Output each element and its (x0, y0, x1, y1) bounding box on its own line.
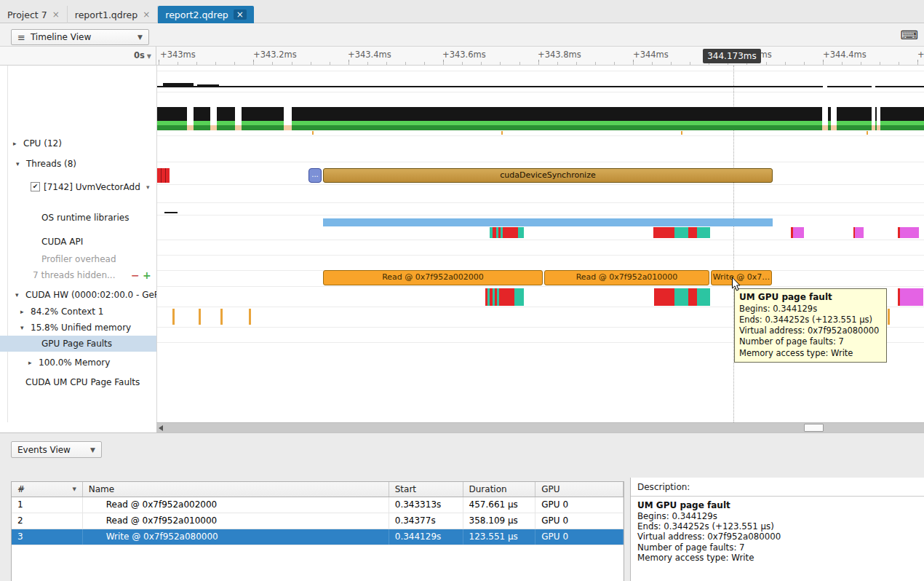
tab-label: Project 7 (7, 9, 47, 20)
track-row-100-0-memory[interactable]: ▸100.0% Memory (0, 355, 156, 371)
horizontal-scrollbar[interactable] (156, 422, 924, 432)
column-header-[interactable]: #▼ (12, 482, 83, 497)
tooltip-begins: Begins: 0.344129s (739, 304, 882, 315)
thread-gap (187, 107, 194, 125)
keyboard-icon[interactable]: ⌨ (900, 28, 918, 42)
memory-transfer[interactable] (674, 288, 688, 306)
track-row-gpu-page-faults[interactable]: GPU Page Faults (0, 336, 156, 352)
tab-report1-qdrep[interactable]: report1.qdrep× (68, 6, 159, 23)
memory-op[interactable] (653, 227, 674, 238)
memory-op[interactable] (674, 227, 688, 238)
close-icon[interactable]: × (143, 10, 150, 19)
um-cpu-page-fault[interactable] (172, 309, 175, 325)
gpu-page-fault-range[interactable]: Write @ 0x7… (711, 270, 772, 285)
add-filter-icon[interactable]: + (143, 267, 151, 283)
track-row-threads-8[interactable]: ▾Threads (8) (0, 156, 156, 172)
event-row[interactable]: 3Write @ 0x7f952a0800000.344129s123.551 … (12, 529, 624, 545)
scroll-left-arrow-icon[interactable] (159, 425, 163, 431)
os-runtime-marker[interactable] (312, 131, 314, 135)
um-cpu-page-fault[interactable] (220, 309, 223, 325)
ruler-origin-dropdown[interactable]: 0s▼ (0, 47, 156, 66)
memory-transfer[interactable] (499, 288, 514, 306)
event-tooltip: UM GPU page fault Begins: 0.344129s Ends… (734, 288, 887, 363)
scrollbar-thumb[interactable] (804, 424, 824, 432)
kernel-range[interactable] (323, 218, 773, 226)
description-title: UM GPU page fault (637, 500, 924, 511)
track-row-cuda-hw-0000-02-00-0-gef[interactable]: ▾CUDA HW (0000:02:00.0 - GeF (0, 287, 156, 303)
track-row-cuda-um-cpu-page-faults[interactable]: CUDA UM CPU Page Faults (0, 374, 156, 390)
cuda-api-range[interactable]: cudaDeviceSynchronize (323, 168, 773, 183)
row-separator (157, 286, 924, 287)
track-row-15-8-unified-memory[interactable]: ▾15.8% Unified memory (0, 320, 156, 336)
gpu-page-fault-range[interactable]: Read @ 0x7f952a002000 (323, 270, 543, 285)
cuda-api-call-red[interactable] (157, 168, 170, 183)
memory-transfer[interactable] (514, 288, 524, 306)
memory-op[interactable] (688, 227, 697, 238)
event-cell-: 2 (12, 513, 83, 529)
memory-transfer[interactable] (697, 288, 710, 306)
column-header-start[interactable]: Start (389, 482, 463, 497)
timeline-canvas[interactable]: UM GPU page fault Begins: 0.344129s Ends… (156, 66, 924, 422)
event-row[interactable]: 1Read @ 0x7f952a0020000.343313s457.661 µ… (12, 497, 624, 513)
os-runtime-marker[interactable] (867, 131, 868, 135)
um-cpu-page-fault[interactable] (888, 309, 890, 325)
thread-checkbox[interactable]: ✔ (31, 182, 40, 191)
column-header-name[interactable]: Name (83, 482, 389, 497)
track-row-label: 15.8% Unified memory (31, 320, 131, 336)
track-row-84-2-context-1[interactable]: ▸84.2% Context 1 (0, 304, 156, 320)
expand-arrow-icon[interactable]: ▸ (20, 304, 24, 320)
event-cell-gpu: GPU 0 (535, 513, 624, 529)
memory-op[interactable] (503, 227, 518, 238)
os-runtime-marker[interactable] (681, 131, 682, 135)
memory-op[interactable] (518, 227, 524, 238)
track-row-os-runtime-libraries[interactable]: OS runtime libraries (0, 210, 156, 226)
close-icon[interactable]: × (52, 10, 60, 19)
events-view-dropdown[interactable]: Events View ▼ (11, 441, 102, 458)
memory-transfer[interactable] (900, 288, 923, 306)
column-header-duration[interactable]: Duration (463, 482, 536, 497)
memory-op[interactable] (855, 227, 864, 238)
remove-filter-icon[interactable]: − (131, 267, 140, 283)
collapse-arrow-icon[interactable]: ▾ (20, 320, 24, 336)
time-cursor-marker: 344.173ms (703, 49, 761, 63)
expand-arrow-icon[interactable]: ▸ (13, 135, 17, 151)
memory-transfer[interactable] (688, 288, 697, 306)
tab-project-7[interactable]: Project 7× (0, 6, 68, 23)
mouse-cursor-icon (731, 277, 741, 292)
track-row-cuda-api[interactable]: CUDA API (0, 234, 156, 250)
thread-options-caret-icon[interactable]: ▾ (146, 179, 150, 195)
row-separator (157, 71, 924, 71)
track-row-cpu-12[interactable]: ▸CPU (12) (0, 135, 156, 151)
memory-op[interactable] (793, 227, 804, 238)
ruler-tick-label: +344.4ms (823, 50, 867, 60)
collapse-arrow-icon[interactable]: ▾ (16, 156, 20, 172)
track-row-7-threads-hidden[interactable]: 7 threads hidden...−+ (0, 267, 156, 283)
tab-report2-qdrep[interactable]: report2.qdrep× (158, 6, 254, 23)
thread-gap-foot (210, 125, 217, 130)
um-cpu-page-fault[interactable] (199, 309, 201, 325)
thread-gap-foot (822, 125, 828, 130)
timeline-view-dropdown[interactable]: ≡ Timeline View ▼ (11, 29, 149, 45)
os-runtime-marker[interactable] (501, 131, 503, 135)
sort-descending-icon[interactable]: ▼ (72, 482, 76, 497)
gpu-page-fault-range[interactable]: Read @ 0x7f952a010000 (544, 270, 709, 285)
column-header-gpu[interactable]: GPU (535, 482, 624, 497)
row-separator (157, 240, 924, 240)
close-icon[interactable]: × (234, 9, 247, 20)
row-separator (157, 162, 924, 162)
expand-arrow-icon[interactable]: ▸ (28, 355, 32, 371)
memory-op[interactable] (900, 227, 919, 238)
um-cpu-page-fault[interactable] (249, 309, 251, 325)
collapse-arrow-icon[interactable]: ▾ (15, 287, 19, 303)
track-row-profiler-overhead[interactable]: Profiler overhead (0, 251, 156, 267)
ruler-tick-label: +343.8ms (538, 50, 581, 60)
memory-op[interactable] (697, 227, 710, 238)
cuda-api-ellipsis[interactable]: ... (308, 168, 322, 183)
track-row-7142-uvmvectoradd[interactable]: ▾✔[7142] UvmVectorAdd▾ (0, 179, 156, 195)
tooltip-title: UM GPU page fault (739, 292, 882, 304)
event-row[interactable]: 2Read @ 0x7f952a0100000.34377s358.109 µs… (12, 513, 624, 529)
hidden-thread-mark (164, 212, 178, 213)
memory-transfer[interactable] (654, 288, 674, 306)
track-row-label: CUDA HW (0000:02:00.0 - GeF (25, 287, 156, 303)
track-row-label: 100.0% Memory (39, 355, 110, 371)
